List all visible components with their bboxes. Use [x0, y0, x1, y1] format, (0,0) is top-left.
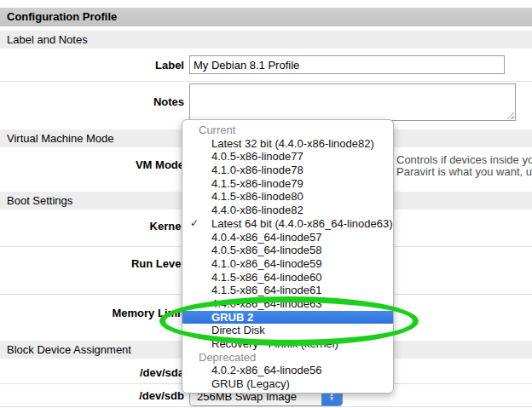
kernel-menu-item[interactable]: 4.0.5-x86_64-linode58 — [182, 244, 393, 257]
kernel-menu-item[interactable]: ✓Latest 64 bit (4.4.0-x86_64-linode63) — [182, 217, 393, 231]
kernel-menu-item-label: Latest 64 bit (4.4.0-x86_64-linode63) — [211, 217, 392, 230]
kernel-menu-item[interactable]: GRUB (Legacy) — [182, 377, 393, 391]
vm-mode-help-line1: Controls if devices inside your — [396, 154, 532, 166]
kernel-menu-item-label: Latest 32 bit (4.4.0-x86-linode82) — [211, 137, 374, 150]
kernel-menu-item-label: 4.4.0-x86_64-linode63 — [211, 297, 321, 310]
kernel-menu-item[interactable]: 4.0.2-x86_64-linode56 — [182, 364, 393, 377]
kernel-dropdown-menu: CurrentLatest 32 bit (4.4.0-x86-linode82… — [182, 119, 394, 394]
dev-sdb-field-label: /dev/sdb — [0, 389, 184, 402]
kernel-menu-item-label: 4.0.5-x86_64-linode58 — [211, 244, 321, 256]
row-separator — [0, 81, 532, 82]
kernel-menu-item-label: 4.1.0-x86_64-linode59 — [211, 257, 321, 270]
kernel-menu-item-label: 4.1.5-x86_64-linode60 — [211, 271, 321, 284]
kernel-field-label: Kernel — [0, 220, 184, 233]
kernel-menu-item[interactable]: 4.0.4-x86_64-linode57 — [182, 231, 393, 244]
kernel-menu-item-label: 4.1.5-x86-linode80 — [211, 190, 304, 203]
kernel-menu-group-label: Current — [182, 124, 393, 137]
kernel-menu-item-label: 4.1.5-x86-linode79 — [211, 177, 304, 190]
kernel-menu-item[interactable]: 4.1.5-x86-linode80 — [182, 190, 393, 204]
kernel-menu-item-label: GRUB (Legacy) — [211, 377, 290, 390]
kernel-menu-item[interactable]: GRUB 2 — [182, 311, 393, 325]
vm-mode-field-label: VM Mode — [0, 158, 184, 171]
kernel-menu-item[interactable]: 4.1.0-x86-linode78 — [182, 164, 393, 177]
vm-mode-help-text: Controls if devices inside your Paravirt… — [396, 154, 532, 178]
vm-mode-help-line2: Paravirt is what you want, unle — [396, 166, 532, 178]
page-title: Configuration Profile — [0, 8, 532, 26]
kernel-menu-group-label: Deprecated — [182, 351, 393, 365]
section-label-and-notes: Label and Notes — [0, 31, 532, 49]
kernel-menu-item-label: Direct Disk — [211, 324, 265, 336]
label-input[interactable] — [189, 55, 505, 74]
kernel-menu-item-label: 4.4.0-x86-linode82 — [211, 204, 304, 216]
checkmark-icon: ✓ — [190, 217, 199, 231]
kernel-menu-item[interactable]: 4.1.5-x86_64-linode61 — [182, 284, 393, 297]
memory-limit-field-label: Memory Limit — [0, 307, 184, 319]
run-level-field-label: Run Level — [0, 257, 184, 270]
kernel-menu-item-label: 4.0.5-x86-linode77 — [211, 150, 304, 163]
resize-grip-icon[interactable] — [506, 112, 514, 119]
kernel-menu-item[interactable]: 4.4.0-x86_64-linode63 — [182, 297, 393, 311]
label-field-label: Label — [0, 59, 184, 72]
kernel-menu-item[interactable]: Latest 32 bit (4.4.0-x86-linode82) — [182, 137, 393, 151]
kernel-menu-item[interactable]: Direct Disk — [182, 324, 393, 337]
kernel-menu-item[interactable]: 4.4.0-x86-linode82 — [182, 204, 393, 217]
kernel-menu-item[interactable]: 4.1.0-x86_64-linode59 — [182, 257, 393, 271]
notes-textarea[interactable] — [189, 83, 516, 121]
kernel-menu-item[interactable]: Recovery - Finnix (kernel) — [182, 337, 393, 351]
configuration-profile-page: Configuration Profile Label and Notes La… — [0, 0, 532, 408]
notes-field-label: Notes — [0, 95, 184, 108]
kernel-menu-item[interactable]: 4.0.5-x86-linode77 — [182, 150, 393, 164]
row-separator — [0, 406, 532, 407]
kernel-menu-item[interactable]: 4.1.5-x86_64-linode60 — [182, 271, 393, 284]
kernel-menu-item-label: GRUB 2 — [211, 311, 253, 324]
kernel-menu-item-label: 4.0.4-x86_64-linode57 — [211, 231, 321, 244]
kernel-menu-item-label: 4.1.0-x86-linode78 — [211, 164, 304, 176]
dev-sda-field-label: /dev/sda — [0, 366, 184, 379]
kernel-menu-item-label: 4.0.2-x86_64-linode56 — [211, 364, 321, 376]
kernel-menu-item[interactable]: 4.1.5-x86-linode79 — [182, 177, 393, 191]
kernel-menu-item-label: Recovery - Finnix (kernel) — [211, 337, 338, 350]
kernel-menu-item-label: 4.1.5-x86_64-linode61 — [211, 284, 321, 296]
